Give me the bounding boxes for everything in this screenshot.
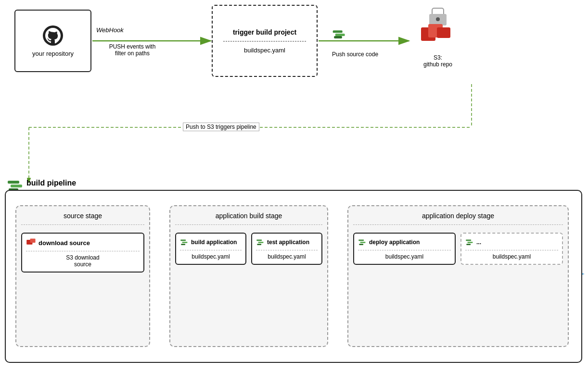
github-icon <box>42 25 64 46</box>
s3-top-icon <box>419 7 457 50</box>
download-source-subtitle: S3 download source <box>26 254 140 268</box>
pipeline-trigger-label: Push to S3 triggers pipeline <box>183 123 259 131</box>
app-deploy-steps: deploy application buildspec.yaml ... <box>348 233 568 265</box>
pipeline-section: source stage download source S3 download… <box>5 190 582 363</box>
svg-point-21 <box>436 17 440 21</box>
svg-rect-18 <box>334 36 342 38</box>
build-app-header: build application <box>180 237 242 250</box>
test-app-subtitle: buildspec.yaml <box>256 253 318 260</box>
test-app-header: test application <box>256 237 318 250</box>
svg-rect-38 <box>359 244 363 245</box>
build-app-title: build application <box>191 239 237 246</box>
svg-rect-25 <box>8 181 19 184</box>
svg-rect-26 <box>11 185 22 187</box>
svg-rect-32 <box>181 244 185 245</box>
codebuild-deploy-icon <box>358 237 368 247</box>
svg-rect-16 <box>333 30 343 33</box>
download-source-header: download source <box>26 237 140 251</box>
pipeline-title: build pipeline <box>26 179 76 187</box>
deploy-app-subtitle: buildspec.yaml <box>358 253 451 260</box>
ellipsis-step-title: ... <box>476 239 481 246</box>
test-application-box: test application buildspec.yaml <box>251 233 322 265</box>
source-stage-title: source stage <box>16 212 149 220</box>
deploy-app-header: deploy application <box>358 237 451 250</box>
svg-rect-41 <box>466 244 471 245</box>
source-stage-box: source stage download source S3 download… <box>15 205 150 347</box>
push-source-label: Push source code <box>332 51 378 58</box>
ellipsis-step-box: ... buildspec.yaml <box>460 233 563 265</box>
codebuild-ellipsis-icon <box>465 237 475 247</box>
build-app-subtitle: buildspec.yaml <box>180 253 242 260</box>
codebuild-test-icon <box>256 237 266 247</box>
svg-rect-40 <box>467 242 473 243</box>
s3-top-group: S3: github repo <box>419 7 457 68</box>
push-events-label: PUSH events with filter on paths <box>94 43 171 57</box>
trigger-build-subtitle: buildspec.yaml <box>244 47 285 54</box>
app-build-stage-box: application build stage build applicatio… <box>169 205 328 347</box>
deploy-app-title: deploy application <box>369 239 420 246</box>
svg-rect-39 <box>466 239 471 241</box>
app-deploy-stage-box: application deploy stage deploy applicat… <box>347 205 569 347</box>
webhook-label: WebHook <box>96 26 124 34</box>
app-build-steps: build application buildspec.yaml test ap… <box>170 233 327 265</box>
svg-rect-34 <box>258 242 263 243</box>
github-repo-label: your repository <box>32 50 74 57</box>
svg-rect-17 <box>335 34 345 36</box>
ellipsis-step-subtitle: buildspec.yaml <box>465 253 558 260</box>
test-app-title: test application <box>267 239 309 246</box>
codebuild-mid-icon <box>332 26 346 43</box>
diagram-container: your repository WebHook PUSH events with… <box>0 0 588 372</box>
svg-rect-37 <box>360 242 365 243</box>
s3-small-icon <box>26 237 37 248</box>
svg-rect-36 <box>358 239 364 241</box>
svg-rect-33 <box>256 239 262 241</box>
svg-rect-29 <box>30 238 36 243</box>
build-application-box: build application buildspec.yaml <box>175 233 246 265</box>
trigger-build-box: trigger build project buildspec.yaml <box>212 5 318 77</box>
ellipsis-step-header: ... <box>465 237 558 250</box>
svg-rect-30 <box>180 239 186 241</box>
svg-rect-35 <box>257 244 261 245</box>
app-build-stage-title: application build stage <box>170 212 327 220</box>
svg-rect-31 <box>182 242 187 243</box>
s3-top-label: S3: github repo <box>423 54 452 68</box>
svg-rect-24 <box>437 27 450 38</box>
app-deploy-stage-title: application deploy stage <box>348 212 568 220</box>
github-repo-box: your repository <box>14 10 91 72</box>
trigger-build-title: trigger build project <box>233 28 296 36</box>
deploy-application-box: deploy application buildspec.yaml <box>353 233 456 265</box>
download-source-box: download source S3 download source <box>21 233 144 273</box>
download-source-title: download source <box>38 239 90 247</box>
codebuild-build-icon <box>180 237 190 247</box>
